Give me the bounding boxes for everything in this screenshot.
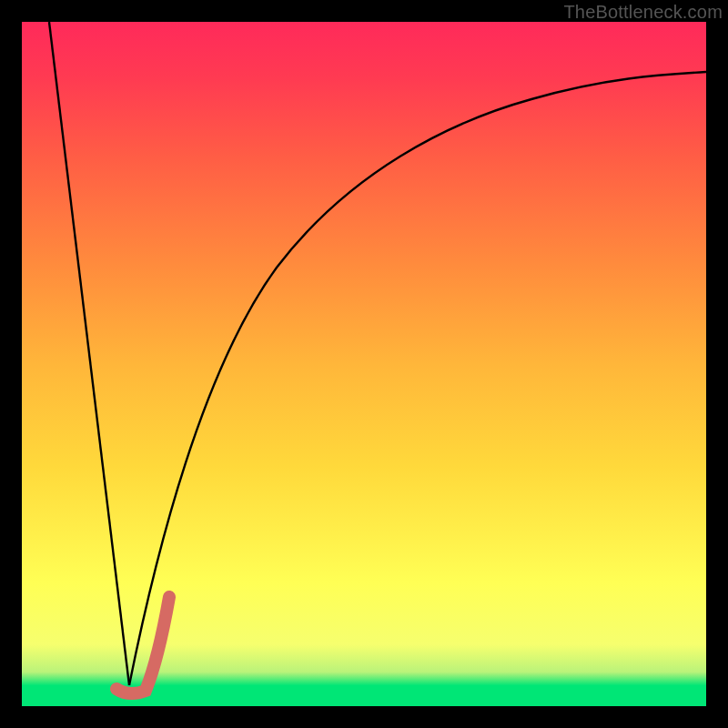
plot-area (22, 22, 706, 706)
curve-overlay (22, 22, 706, 706)
watermark-text: TheBottleneck.com (563, 2, 723, 23)
right-log-curve (129, 72, 706, 685)
chart-frame: TheBottleneck.com (0, 0, 728, 728)
left-descent-line (49, 22, 129, 685)
